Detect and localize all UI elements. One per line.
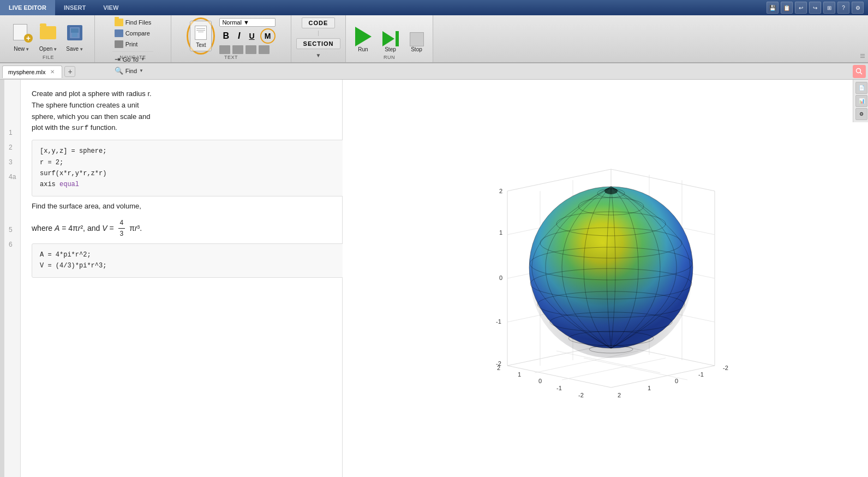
find-files-button[interactable]: Find Files [112, 17, 154, 27]
close-tab-button[interactable]: ✕ [49, 68, 56, 76]
content-left[interactable]: Create and plot a sphere with radius r. … [21, 80, 359, 477]
description-para-2: Find the surface area, and volume, [32, 201, 348, 212]
run-play-icon [355, 27, 372, 46]
panel-icon-3[interactable]: ⚙ [855, 108, 867, 120]
bullet-list-button[interactable] [219, 45, 230, 54]
svg-point-0 [857, 68, 861, 73]
search-icon [855, 68, 863, 75]
save-label-area: Save ▼ [66, 46, 83, 52]
navigate-buttons: Find Files Compare Print ⇥ Go To ▼ [112, 17, 154, 84]
compare-label: Compare [125, 30, 150, 37]
align-button[interactable] [259, 45, 270, 54]
help-titlebar-button[interactable]: ? [837, 2, 849, 14]
ribbon-code-section: CODE SECTION ▼ [291, 15, 346, 62]
svg-line-8 [507, 169, 611, 191]
save-disk-label [71, 28, 79, 33]
compare-icon [115, 29, 123, 37]
normal-style-dropdown[interactable]: Normal ▼ [219, 18, 275, 27]
content-left-wrapper: 1 2 3 4a 5 6 Create and plot a sphere wi… [4, 80, 343, 477]
panel-icon-1[interactable]: 📄 [855, 82, 867, 94]
z-axis-0: 0 [538, 378, 541, 384]
stop-icon-area [410, 32, 424, 46]
z-axis-2: 2 [496, 365, 500, 371]
x-axis-1: 1 [647, 385, 650, 391]
math-fraction: 4 3 [118, 218, 125, 239]
x-axis-n2: -2 [723, 365, 728, 371]
undo-titlebar-button[interactable]: ↩ [795, 2, 807, 14]
section-dropdown-arrow: ▼ [316, 52, 321, 58]
find-files-icon [115, 19, 123, 26]
sphere-svg: 2 1 0 -1 -2 2 1 0 -1 -2 -2 -1 0 1 2 [475, 147, 737, 409]
bold-button[interactable]: B [219, 30, 232, 42]
new-dropdown-arrow: ▼ [25, 47, 29, 52]
line-num-2: 2 [9, 140, 16, 155]
new-plus-icon: + [24, 34, 33, 43]
title-bar: LIVE EDITOR INSERT VIEW 💾 📋 ↩ ↪ ⊞ ? ⚙ [0, 0, 868, 15]
save-button[interactable]: Save ▼ [63, 17, 87, 55]
step-button[interactable]: Step [378, 17, 403, 55]
tab-search-button[interactable] [853, 65, 866, 78]
step-bar [396, 31, 399, 46]
run-button[interactable]: Run [351, 17, 376, 55]
text-section-label: TEXT [224, 55, 238, 60]
add-tab-button[interactable]: + [64, 66, 75, 77]
layout-titlebar-button[interactable]: ⊞ [823, 2, 835, 14]
italic-button[interactable]: I [235, 30, 243, 42]
code-block-2[interactable]: A = 4*pi*r^2; V = (4/3)*pi*r^3; [32, 243, 348, 278]
find-dropdown: ▼ [139, 68, 143, 73]
ribbon-resize-handle[interactable] [859, 52, 866, 60]
copy-titlebar-button[interactable]: 📋 [781, 2, 793, 14]
y-axis-2: 2 [499, 188, 502, 194]
print-button[interactable]: Print [112, 39, 154, 49]
ribbon-navigate-section: Find Files Compare Print ⇥ Go To ▼ [95, 15, 171, 62]
find-button[interactable]: 🔍 Find ▼ [112, 65, 154, 76]
settings-titlebar-button[interactable]: ⚙ [852, 2, 864, 14]
tab-insert[interactable]: INSERT [55, 0, 94, 15]
mysphere-tab-label: mysphere.mlx [8, 69, 45, 75]
save-disk-slot [72, 33, 77, 37]
section-button[interactable]: SECTION [296, 38, 341, 49]
run-icon-area [355, 27, 372, 46]
text-top-row: Text Normal ▼ B I U [187, 17, 275, 55]
underline-button[interactable]: U [246, 31, 258, 41]
nav-divider [112, 51, 154, 52]
find-files-label: Find Files [125, 19, 152, 26]
panel-icon-2[interactable]: 📊 [855, 95, 867, 107]
open-button[interactable]: Open ▼ [36, 17, 61, 55]
step-icon-area [382, 31, 399, 46]
step-label: Step [385, 46, 396, 52]
numbered-list-button[interactable] [232, 45, 243, 54]
save-dropdown-arrow: ▼ [79, 47, 83, 52]
z-axis-1: 1 [517, 371, 520, 378]
indent-button[interactable] [246, 45, 256, 54]
code-line-5: A = 4*pi*r^2; [40, 249, 339, 260]
code-button[interactable]: CODE [302, 17, 336, 28]
compare-button[interactable]: Compare [112, 28, 154, 38]
find-icon: 🔍 [115, 67, 123, 75]
stop-button[interactable]: Stop [405, 17, 428, 55]
resize-line3 [860, 57, 865, 58]
y-axis-1: 1 [499, 229, 502, 236]
math-where: where A = 4πr², and V = [32, 222, 114, 234]
monospace-button[interactable]: M [260, 28, 276, 44]
text-line3 [198, 32, 203, 32]
ribbon: + New ▼ Open ▼ [0, 15, 868, 63]
mysphere-tab[interactable]: mysphere.mlx ✕ [2, 65, 62, 78]
x-axis-0: 0 [674, 378, 678, 384]
sphere-visualization: 2 1 0 -1 -2 2 1 0 -1 -2 -2 -1 0 1 2 [475, 147, 737, 409]
tab-live-editor[interactable]: LIVE EDITOR [0, 0, 55, 15]
save-disk-icon [67, 25, 82, 40]
svg-line-14 [584, 358, 687, 380]
new-button[interactable]: + New ▼ [10, 17, 34, 55]
redo-titlebar-button[interactable]: ↪ [809, 2, 821, 14]
math-numerator: 4 [118, 218, 125, 229]
code-block-1[interactable]: [x,y,z] = sphere; r = 2; surf(x*r,y*r,z*… [32, 140, 348, 196]
save-titlebar-button[interactable]: 💾 [767, 2, 779, 14]
tab-view[interactable]: VIEW [94, 0, 127, 15]
line-num-5: 5 [9, 223, 16, 237]
format-buttons-row: B I U M [219, 28, 275, 44]
save-icon-area [67, 20, 82, 46]
text-button[interactable]: Text [190, 21, 212, 51]
math-formula: where A = 4πr², and V = 4 3 πr³. [32, 218, 348, 239]
run-label: Run [358, 46, 368, 52]
